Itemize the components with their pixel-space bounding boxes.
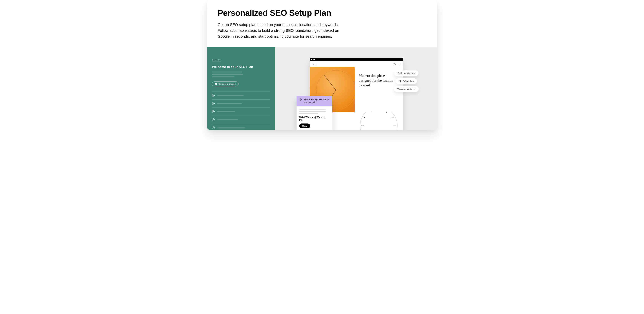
text-block: Personalized SEO Setup Plan Get an SEO s… — [207, 0, 437, 47]
copy-button[interactable]: Copy — [299, 123, 310, 128]
hamburger-menu-icon[interactable] — [398, 63, 400, 65]
checklist-item[interactable] — [212, 107, 270, 116]
checklist-item[interactable] — [212, 116, 270, 124]
page-description: Get an SEO setup plan based on your busi… — [218, 22, 350, 39]
site-logo: WI — [312, 63, 316, 65]
check-circle-icon — [212, 94, 214, 97]
shopping-bag-icon[interactable] — [394, 63, 396, 65]
seo-panel-heading: Welcome to Your SEO Plan — [212, 65, 270, 69]
connect-button-label: Connect to Google — [218, 83, 236, 85]
checklist-item[interactable] — [212, 124, 270, 130]
keyword-pills: Designer Watches Men's Watches Women's W… — [394, 70, 419, 92]
page-title: Personalized SEO Setup Plan — [218, 8, 426, 18]
checklist-item[interactable] — [212, 99, 270, 107]
placeholder-text-lines — [212, 71, 270, 77]
keyword-pill[interactable]: Men's Watches — [396, 78, 417, 84]
seo-wizard-panel: STEP 1/7 Welcome to Your SEO Plan G Conn… — [207, 47, 275, 130]
keyword-pill[interactable]: Women's Watches — [394, 86, 419, 92]
task-result-text: Wrist Watches | Watch It Inc. — [299, 116, 330, 121]
task-card-header: Set the Homepage's title for search resu… — [296, 96, 332, 106]
check-circle-icon — [299, 98, 302, 101]
keyword-pill[interactable]: Designer Watches — [394, 70, 419, 76]
product-watch-image — [354, 112, 403, 130]
check-circle-icon — [212, 102, 214, 105]
site-header: WI — [310, 61, 403, 67]
check-circle-icon — [212, 110, 214, 113]
check-circle-icon — [212, 126, 214, 129]
checklist-item[interactable] — [212, 91, 270, 99]
step-indicator: STEP 1/7 — [212, 59, 221, 62]
task-title: Set the Homepage's title for search resu… — [304, 98, 330, 104]
feature-card: Personalized SEO Setup Plan Get an SEO s… — [207, 0, 437, 130]
check-circle-icon — [212, 118, 214, 121]
connect-to-google-button[interactable]: G Connect to Google — [212, 81, 238, 86]
visual-area: STEP 1/7 Welcome to Your SEO Plan G Conn… — [207, 47, 437, 130]
seo-task-card: Set the Homepage's title for search resu… — [296, 96, 332, 130]
google-icon: G — [215, 83, 217, 85]
browser-chrome-bar — [310, 58, 403, 61]
